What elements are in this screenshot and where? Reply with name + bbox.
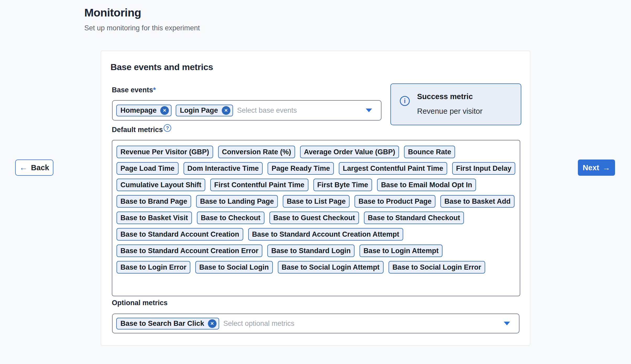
metric-chip[interactable]: Base to Landing Page bbox=[196, 195, 278, 208]
base-events-tags: Homepage ✕ Login Page ✕ bbox=[116, 105, 233, 116]
optional-metrics-placeholder: Select optional metrics bbox=[223, 320, 295, 328]
selected-tag: Login Page ✕ bbox=[176, 105, 233, 116]
arrow-left-icon: ← bbox=[19, 163, 27, 172]
required-asterisk: * bbox=[153, 86, 156, 94]
chevron-down-icon[interactable] bbox=[366, 109, 372, 112]
metric-chip[interactable]: Conversion Rate (%) bbox=[218, 146, 295, 158]
remove-tag-icon[interactable]: ✕ bbox=[208, 319, 217, 328]
success-metric-callout: i Success metric Revenue per visitor bbox=[390, 83, 521, 125]
metric-chip[interactable]: Base to Standard Account Creation Error bbox=[117, 244, 262, 257]
selected-tag-label: Base to Search Bar Click bbox=[120, 320, 204, 328]
metric-chip[interactable]: Average Order Value (GBP) bbox=[300, 146, 399, 158]
base-events-label: Base events* bbox=[112, 86, 156, 94]
optional-metrics-select[interactable]: Base to Search Bar Click ✕ Select option… bbox=[112, 314, 519, 333]
metric-chip[interactable]: Base to List Page bbox=[283, 195, 350, 208]
metric-chip[interactable]: Base to Standard Account Creation Attemp… bbox=[248, 228, 403, 241]
metric-chip[interactable]: Base to Social Login bbox=[195, 261, 273, 274]
metric-chip[interactable]: Dom Interactive Time bbox=[184, 162, 263, 175]
arrow-right-icon: → bbox=[602, 163, 610, 172]
metric-chip[interactable]: Base to Brand Page bbox=[117, 195, 191, 208]
metric-chip[interactable]: Base to Basket Add bbox=[440, 195, 514, 208]
metric-chip[interactable]: Bounce Rate bbox=[404, 146, 455, 158]
metric-chip[interactable]: Base to Standard Checkout bbox=[364, 212, 464, 224]
metric-chip[interactable]: Base to Social Login Error bbox=[389, 261, 485, 274]
metric-chip[interactable]: First Contentful Paint Time bbox=[210, 179, 308, 191]
metric-chip[interactable]: First Input Delay bbox=[452, 162, 516, 175]
metric-chip[interactable]: Largest Contentful Paint Time bbox=[339, 162, 447, 175]
success-metric-value: Revenue per visitor bbox=[417, 107, 483, 116]
page-title: Monitoring bbox=[84, 6, 141, 19]
metric-chip[interactable]: Base to Product Page bbox=[355, 195, 435, 208]
card-title: Base events and metrics bbox=[110, 62, 213, 72]
help-icon[interactable]: ? bbox=[164, 124, 171, 132]
chevron-down-icon[interactable] bbox=[504, 322, 510, 325]
selected-tag-label: Login Page bbox=[180, 106, 218, 115]
base-events-metrics-card: Base events and metrics Base events* Hom… bbox=[101, 51, 530, 345]
base-events-select[interactable]: Homepage ✕ Login Page ✕ Select base even… bbox=[112, 100, 381, 121]
metric-chip[interactable]: Page Ready Time bbox=[268, 162, 334, 175]
metric-chip[interactable]: Base to Checkout bbox=[197, 212, 264, 224]
metric-chip[interactable]: Base to Social Login Attempt bbox=[278, 261, 384, 274]
metric-chip[interactable]: Page Load Time bbox=[117, 162, 179, 175]
next-button[interactable]: Next → bbox=[578, 160, 615, 176]
metric-chip[interactable]: First Byte Time bbox=[313, 179, 372, 191]
remove-tag-icon[interactable]: ✕ bbox=[160, 106, 169, 115]
selected-tag: Base to Search Bar Click ✕ bbox=[116, 318, 219, 329]
monitoring-page: Monitoring Set up monitoring for this ex… bbox=[0, 0, 631, 364]
default-metrics-label: Default metrics ? bbox=[112, 126, 171, 134]
metric-chip[interactable]: Revenue Per Visitor (GBP) bbox=[117, 146, 213, 158]
remove-tag-icon[interactable]: ✕ bbox=[222, 106, 230, 115]
default-metrics-box: Revenue Per Visitor (GBP) Conversion Rat… bbox=[112, 140, 520, 296]
metric-chip[interactable]: Base to Basket Visit bbox=[117, 212, 192, 224]
info-icon: i bbox=[400, 96, 410, 106]
next-button-label: Next bbox=[583, 163, 599, 172]
metric-chip[interactable]: Base to Standard Login bbox=[267, 244, 355, 257]
selected-tag-label: Homepage bbox=[120, 106, 157, 115]
metric-chip[interactable]: Cumulative Layout Shift bbox=[117, 179, 205, 191]
success-metric-title: Success metric bbox=[417, 92, 473, 101]
metric-chip[interactable]: Base to Email Modal Opt In bbox=[377, 179, 476, 191]
metric-chip[interactable]: Base to Standard Account Creation bbox=[117, 228, 243, 241]
metric-chip[interactable]: Base to Guest Checkout bbox=[269, 212, 359, 224]
back-button[interactable]: ← Back bbox=[15, 160, 53, 176]
metric-chip[interactable]: Base to Login Attempt bbox=[359, 244, 442, 257]
metric-chip[interactable]: Base to Login Error bbox=[117, 261, 190, 274]
optional-metrics-tags: Base to Search Bar Click ✕ bbox=[116, 318, 219, 329]
optional-metrics-label: Optional metrics bbox=[112, 299, 168, 307]
back-button-label: Back bbox=[31, 163, 49, 172]
page-subtitle: Set up monitoring for this experiment bbox=[84, 24, 200, 32]
selected-tag: Homepage ✕ bbox=[116, 105, 171, 116]
base-events-placeholder: Select base events bbox=[237, 106, 297, 115]
